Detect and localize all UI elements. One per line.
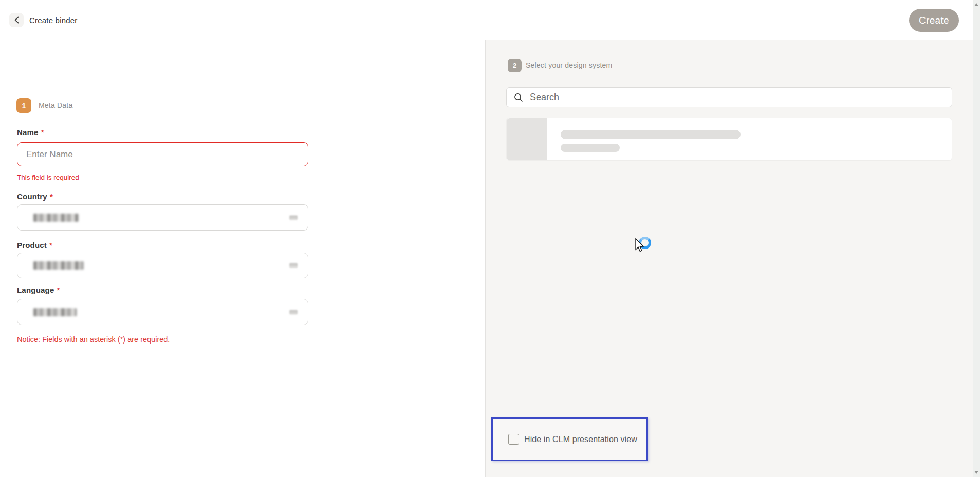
vertical-scrollbar[interactable]: [973, 0, 980, 477]
step-2-title: Select your design system: [526, 59, 612, 72]
step-2-badge: 2: [508, 59, 522, 72]
hide-clm-checkbox[interactable]: [508, 434, 519, 445]
scroll-down-icon[interactable]: [974, 471, 978, 474]
country-label: Country*: [17, 192, 53, 201]
chevron-down-icon: [289, 263, 298, 268]
clm-checkbox-highlight: Hide in CLM presentation view: [491, 417, 648, 461]
skeleton-thumbnail: [507, 118, 547, 160]
skeleton-text-bar: [561, 130, 741, 139]
skeleton-text-bar: [561, 144, 620, 152]
back-button[interactable]: [9, 13, 24, 27]
product-value-blurred: [33, 261, 84, 270]
step-1-badge: 1: [16, 98, 31, 113]
language-value-blurred: [33, 308, 77, 316]
create-binder-page: 1 Meta Data Name* This field is required…: [0, 0, 980, 477]
product-label: Product*: [17, 241, 52, 250]
hide-clm-checkbox-label: Hide in CLM presentation view: [524, 435, 637, 444]
country-value-blurred: [33, 214, 79, 222]
required-asterisk: *: [49, 241, 52, 250]
language-select[interactable]: [17, 299, 308, 325]
design-system-loading-card: [506, 118, 952, 161]
name-label: Name*: [17, 128, 44, 137]
search-input[interactable]: [530, 92, 952, 103]
language-label: Language*: [17, 285, 60, 294]
design-system-search[interactable]: [506, 87, 952, 107]
create-button[interactable]: Create: [909, 9, 959, 32]
required-fields-notice: Notice: Fields with an asterisk (*) are …: [17, 335, 170, 344]
chevron-left-icon: [14, 16, 20, 24]
step-1-title: Meta Data: [39, 98, 72, 113]
required-asterisk: *: [41, 128, 44, 137]
metadata-panel: 1 Meta Data Name* This field is required…: [0, 40, 485, 477]
scroll-up-icon[interactable]: [974, 3, 978, 6]
country-select[interactable]: [17, 204, 308, 231]
chevron-down-icon: [289, 310, 298, 314]
page-title: Create binder: [29, 0, 78, 40]
required-asterisk: *: [50, 192, 53, 201]
search-icon: [514, 93, 523, 102]
mouse-cursor: [635, 238, 645, 254]
name-input[interactable]: [17, 142, 308, 166]
name-error-text: This field is required: [17, 174, 79, 181]
product-select[interactable]: [17, 253, 308, 278]
top-bar: Create binder Create: [0, 0, 973, 40]
chevron-down-icon: [289, 215, 298, 220]
required-asterisk: *: [57, 285, 60, 294]
